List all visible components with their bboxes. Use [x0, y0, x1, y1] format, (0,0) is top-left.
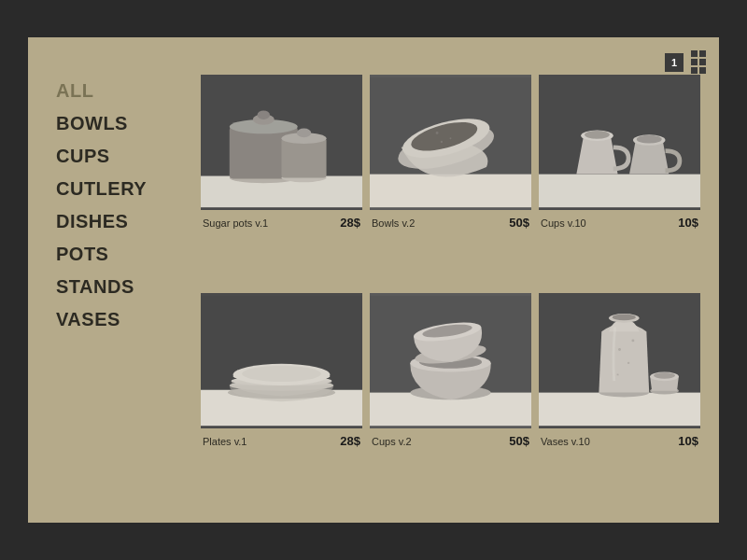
sidebar-item-all[interactable]: ALL — [56, 75, 163, 107]
svg-point-49 — [631, 339, 634, 342]
svg-point-16 — [436, 132, 439, 134]
svg-point-46 — [618, 348, 621, 351]
top-controls: 1 — [665, 49, 708, 76]
product-info-sugar-pots: Sugar pots v.1 28$ — [201, 212, 362, 233]
svg-point-18 — [441, 141, 443, 143]
product-info-vases: Vases v.10 10$ — [539, 430, 700, 452]
svg-point-52 — [654, 372, 675, 379]
product-name-sugar-pots: Sugar pots v.1 — [203, 217, 268, 229]
product-image-cups10 — [539, 75, 700, 210]
product-name-vases: Vases v.10 — [541, 436, 590, 447]
sidebar-item-bowls[interactable]: BOWLS — [56, 107, 163, 140]
product-image-cups2 — [370, 293, 531, 428]
product-info-bowls: Bowls v.2 50$ — [370, 212, 531, 233]
product-grid: Sugar pots v.1 28$ — [201, 75, 700, 504]
product-image-vases — [539, 293, 700, 428]
sidebar-item-vases[interactable]: VASES — [56, 303, 163, 336]
sidebar-item-cups[interactable]: CUPS — [56, 140, 163, 173]
product-info-cups2: Cups v.2 50$ — [370, 430, 531, 452]
svg-point-6 — [258, 110, 270, 119]
product-card-vases[interactable]: Vases v.10 10$ — [539, 293, 700, 504]
product-card-plates[interactable]: Plates v.1 28$ — [201, 293, 362, 504]
svg-rect-20 — [539, 175, 700, 208]
product-name-cups10: Cups v.10 — [541, 217, 586, 229]
svg-rect-8 — [282, 138, 327, 177]
product-card-bowls[interactable]: Bowls v.2 50$ — [370, 75, 531, 286]
svg-point-10 — [297, 129, 311, 138]
sidebar-item-pots[interactable]: POTS — [56, 238, 163, 271]
product-image-bowls — [370, 75, 531, 210]
main-container: 1 ALL BOWLS CUPS CUTLERY DISHES POTS STA… — [28, 37, 719, 523]
product-name-bowls: Bowls v.2 — [372, 217, 415, 229]
grid-view-icon[interactable] — [689, 49, 708, 76]
sidebar: ALL BOWLS CUPS CUTLERY DISHES POTS STAND… — [28, 37, 191, 523]
svg-rect-12 — [370, 175, 531, 208]
product-price-vases: 10$ — [678, 434, 698, 448]
sidebar-item-dishes[interactable]: DISHES — [56, 205, 163, 238]
svg-point-48 — [617, 373, 619, 375]
product-price-bowls: 50$ — [509, 216, 529, 230]
product-image-plates — [201, 293, 362, 428]
product-name-plates: Plates v.1 — [203, 436, 247, 447]
sidebar-item-cutlery[interactable]: CUTLERY — [56, 173, 163, 205]
svg-point-32 — [242, 366, 321, 382]
product-price-sugar-pots: 28$ — [340, 216, 360, 230]
svg-point-22 — [585, 131, 610, 139]
product-image-sugar-pots — [201, 75, 362, 210]
product-content: Sugar pots v.1 28$ — [191, 37, 719, 523]
product-price-plates: 28$ — [340, 434, 360, 448]
product-card-cups10[interactable]: Cups v.10 10$ — [539, 75, 700, 286]
product-card-cups2[interactable]: Cups v.2 50$ — [370, 293, 531, 504]
product-card-sugar-pots[interactable]: Sugar pots v.1 28$ — [201, 75, 362, 286]
sidebar-item-stands[interactable]: STANDS — [56, 271, 163, 303]
svg-point-24 — [637, 135, 662, 144]
svg-point-17 — [450, 137, 452, 139]
product-price-cups2: 50$ — [509, 434, 529, 448]
product-info-cups10: Cups v.10 10$ — [539, 212, 700, 233]
page-number[interactable]: 1 — [665, 53, 684, 72]
product-info-plates: Plates v.1 28$ — [201, 430, 362, 452]
product-price-cups10: 10$ — [678, 216, 698, 230]
svg-point-47 — [627, 362, 629, 364]
svg-point-45 — [613, 315, 636, 321]
product-name-cups2: Cups v.2 — [372, 436, 412, 447]
svg-rect-42 — [539, 393, 700, 427]
